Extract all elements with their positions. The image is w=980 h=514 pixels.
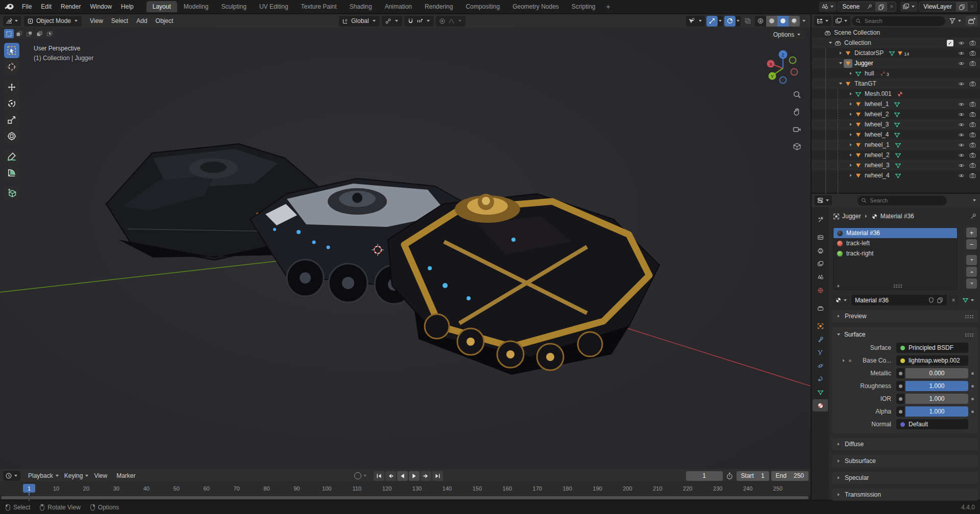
outliner-row-rwheel-4[interactable]: rwheel_4: [812, 170, 980, 181]
hide-eye-toggle[interactable]: [958, 60, 965, 67]
menu-edit[interactable]: Edit: [36, 2, 56, 12]
tool-cursor-button[interactable]: [4, 59, 19, 74]
outliner-row-collection[interactable]: Collection✓: [812, 38, 980, 48]
material-name-field[interactable]: Material #36: [851, 295, 947, 305]
tab-scene-properties[interactable]: [813, 271, 828, 283]
disable-render-toggle[interactable]: [969, 132, 976, 138]
outliner-display-mode-icon[interactable]: [833, 16, 850, 26]
expander-icon[interactable]: [837, 62, 844, 64]
expander-icon[interactable]: [827, 42, 834, 44]
tab-texture-paint[interactable]: Texture Paint: [295, 1, 343, 12]
select-mode-intersect-button[interactable]: [45, 29, 55, 38]
menu-file[interactable]: File: [17, 2, 36, 12]
pivot-dropdown[interactable]: [382, 16, 402, 27]
disable-render-toggle[interactable]: [969, 121, 976, 128]
hide-eye-toggle[interactable]: [958, 50, 965, 57]
ior-slider[interactable]: 1.000: [905, 394, 968, 404]
tool-annotate-button[interactable]: [4, 149, 19, 164]
timeline-ruler[interactable]: 1 10203040506070809010011012013014015016…: [0, 483, 811, 496]
view-layer-type-icon[interactable]: [900, 2, 918, 12]
next-keyframe-button[interactable]: [421, 471, 431, 481]
disable-render-toggle[interactable]: [969, 60, 976, 67]
expander-icon[interactable]: [847, 123, 854, 126]
expander-icon[interactable]: [847, 92, 854, 95]
shading-rendered-button[interactable]: [789, 16, 800, 27]
new-view-layer-button[interactable]: [956, 2, 968, 11]
blender-logo-icon[interactable]: [4, 3, 14, 10]
panel-subsurface[interactable]: Subsurface: [832, 455, 978, 467]
outliner-row-hull[interactable]: hull3: [812, 68, 980, 79]
panel-transmission[interactable]: Transmission: [832, 489, 978, 501]
jump-to-start-button[interactable]: [374, 471, 384, 481]
outliner-row-rwheel-1[interactable]: rwheel_1: [812, 140, 980, 150]
tab-modeling[interactable]: Modeling: [178, 1, 215, 12]
tab-view-layer-properties[interactable]: [813, 258, 828, 270]
animate-dot[interactable]: [971, 372, 974, 375]
list-resize-grip[interactable]: [893, 284, 902, 288]
tab-shading[interactable]: Shading: [344, 1, 378, 12]
material-slot-track-right[interactable]: track-right: [834, 248, 957, 259]
outliner-row-mesh-001[interactable]: Mesh.001: [812, 89, 980, 99]
tool-move-button[interactable]: [4, 80, 19, 95]
tab-object-properties[interactable]: [813, 320, 828, 332]
tool-rotate-button[interactable]: [4, 96, 19, 111]
navigation-gizmo[interactable]: Z X Y: [765, 48, 801, 85]
outliner-row-lwheel-4[interactable]: lwheel_4: [812, 130, 980, 140]
hide-eye-toggle[interactable]: [958, 40, 965, 46]
remove-view-layer-button[interactable]: ×: [968, 2, 976, 11]
disable-render-toggle[interactable]: [969, 50, 976, 57]
expander-icon[interactable]: [847, 72, 854, 75]
timeline-scrollbar[interactable]: [0, 496, 811, 500]
expand-base-color-icon[interactable]: [843, 359, 845, 362]
disable-render-toggle[interactable]: [969, 81, 976, 87]
outliner-row-lwheel-3[interactable]: lwheel_3: [812, 119, 980, 130]
hide-eye-toggle[interactable]: [958, 172, 965, 179]
add-workspace-button[interactable]: +: [602, 2, 615, 12]
preview-panel[interactable]: Preview: [832, 310, 978, 322]
menu-render[interactable]: Render: [56, 2, 85, 12]
disable-render-toggle[interactable]: [969, 111, 976, 118]
tab-world-properties[interactable]: [813, 284, 828, 296]
expander-icon[interactable]: [847, 102, 854, 106]
pin-icon[interactable]: [864, 2, 875, 11]
new-scene-button[interactable]: [875, 2, 887, 11]
tool-scale-button[interactable]: [4, 112, 19, 127]
surface-panel-header[interactable]: Surface: [832, 329, 978, 340]
panel-specular[interactable]: Specular: [832, 472, 978, 484]
hide-eye-toggle[interactable]: [958, 81, 965, 87]
remove-slot-button[interactable]: −: [966, 239, 977, 249]
tab-uv-editing[interactable]: UV Editing: [253, 1, 295, 12]
tool-transform-button[interactable]: [4, 128, 19, 144]
editor-type-properties-icon[interactable]: [815, 195, 832, 205]
menu-window[interactable]: Window: [85, 2, 116, 12]
properties-search-input[interactable]: [869, 197, 943, 204]
tab-particles-properties[interactable]: [813, 346, 828, 358]
viewport-menu-object[interactable]: Object: [152, 16, 178, 26]
tab-render-properties[interactable]: [813, 231, 828, 243]
hide-eye-toggle[interactable]: [958, 111, 965, 118]
editor-type-outliner-icon[interactable]: [814, 16, 831, 26]
value-socket-icon[interactable]: [896, 381, 904, 391]
xray-toggle[interactable]: [742, 16, 753, 27]
disable-render-toggle[interactable]: [969, 162, 976, 169]
hide-eye-toggle[interactable]: [958, 142, 965, 148]
hide-eye-toggle[interactable]: [958, 101, 965, 108]
proportional-edit-group[interactable]: [436, 16, 465, 27]
pan-view-icon[interactable]: [790, 105, 803, 118]
expander-icon[interactable]: [847, 153, 854, 157]
copy-datablock-icon[interactable]: [937, 297, 943, 303]
expander-icon[interactable]: [837, 52, 844, 55]
hide-eye-toggle[interactable]: [958, 152, 965, 159]
tool-measure-button[interactable]: [4, 165, 19, 181]
tab-rendering[interactable]: Rendering: [419, 1, 459, 12]
tab-compositing[interactable]: Compositing: [459, 1, 506, 12]
view-layer-field[interactable]: ViewLayer ×: [919, 2, 977, 12]
select-mode-extend-button[interactable]: [14, 29, 24, 38]
select-mode-invert-button[interactable]: [35, 29, 44, 38]
animate-dot[interactable]: [971, 398, 974, 400]
slot-filter-expander[interactable]: [838, 285, 840, 288]
tab-collection-properties[interactable]: [813, 302, 828, 314]
pin-icon[interactable]: [970, 213, 977, 220]
outliner-row-lwheel-2[interactable]: lwheel_2: [812, 109, 980, 119]
play-button[interactable]: [409, 471, 420, 481]
